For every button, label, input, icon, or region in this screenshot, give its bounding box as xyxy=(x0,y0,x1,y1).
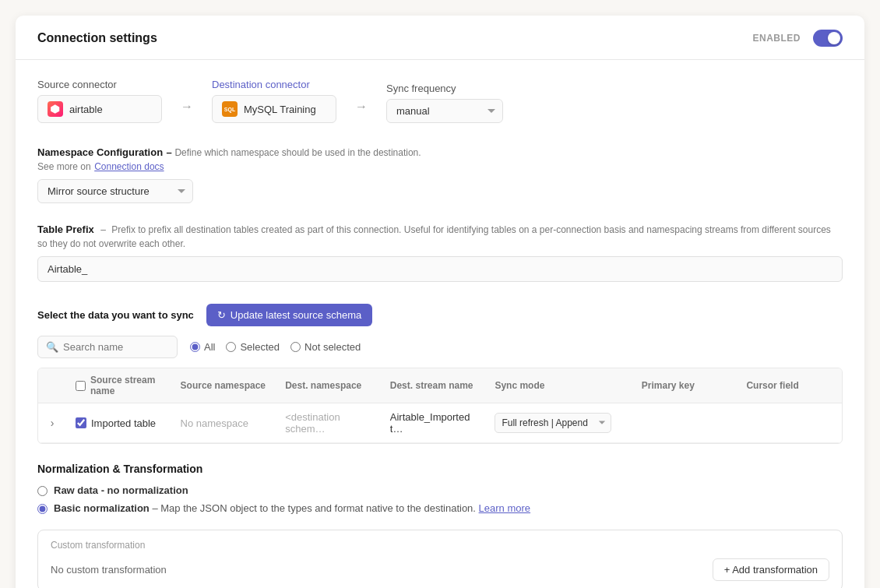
main-content: Source connector airtable → Destination … xyxy=(16,60,864,588)
td-source-stream: Imported table xyxy=(66,417,171,429)
destination-connector-box[interactable]: SQL MySQL Training xyxy=(212,95,336,123)
namespace-select-wrapper: Mirror source structure xyxy=(37,179,843,203)
sync-data-header: Select the data you want to sync ↻ Updat… xyxy=(37,304,843,326)
search-icon: 🔍 xyxy=(46,341,58,353)
th-sync-mode: Sync mode xyxy=(485,375,632,396)
row-checkbox[interactable] xyxy=(76,417,86,428)
update-schema-label: Update latest source schema xyxy=(231,309,361,321)
th-dest-stream: Dest. stream name xyxy=(381,375,486,396)
filter-not-selected-radio[interactable] xyxy=(290,342,301,352)
search-box: 🔍 xyxy=(37,336,178,358)
filter-not-selected-label: Not selected xyxy=(304,341,361,353)
source-name: airtable xyxy=(69,104,103,115)
normalization-section: Normalization & Transformation Raw data … xyxy=(37,463,843,514)
td-source-namespace: No namespace xyxy=(171,417,276,429)
namespace-dash: – xyxy=(167,146,175,158)
norm-raw-option: Raw data - no normalization xyxy=(37,484,843,496)
th-dest-namespace: Dest. namespace xyxy=(276,375,381,396)
th-expand xyxy=(38,375,66,396)
th-cursor-field: Cursor field xyxy=(737,375,842,396)
source-connector-group: Source connector airtable xyxy=(37,79,162,123)
namespace-section: Namespace Configuration – Define which n… xyxy=(37,145,843,203)
td-expand: › xyxy=(38,417,66,429)
custom-transformation-box: Custom transformation No custom transfor… xyxy=(37,530,843,588)
th-primary-key: Primary key xyxy=(632,375,737,396)
destination-label: Destination connector xyxy=(212,79,336,90)
table-prefix-section: Table Prefix – Prefix to prefix all dest… xyxy=(37,222,843,282)
sync-mode-select[interactable]: Full refresh | Append xyxy=(495,413,611,433)
norm-basic-desc: Map the JSON object to the types and for… xyxy=(160,502,476,514)
filter-selected-label: Selected xyxy=(240,341,280,353)
namespace-link-row: See more on Connection docs xyxy=(37,159,843,173)
sync-data-section: Select the data you want to sync ↻ Updat… xyxy=(37,304,843,444)
airtable-logo-icon xyxy=(48,101,63,117)
custom-transform-row: No custom transformation + Add transform… xyxy=(51,558,829,581)
sync-label: Sync frequency xyxy=(386,83,503,94)
filter-not-selected-option[interactable]: Not selected xyxy=(290,341,361,353)
filter-all-radio[interactable] xyxy=(190,342,200,352)
destination-arrow-icon: → xyxy=(355,100,368,121)
source-arrow-icon: → xyxy=(181,100,193,121)
add-transformation-button[interactable]: + Add transformation xyxy=(713,558,829,581)
table-prefix-input[interactable] xyxy=(37,256,843,282)
see-more-text: See more on xyxy=(37,161,91,172)
table-prefix-title-row: Table Prefix – Prefix to prefix all dest… xyxy=(37,222,843,250)
destination-connector-group: Destination connector SQL MySQL Training xyxy=(212,79,336,123)
select-all-checkbox[interactable] xyxy=(76,381,86,391)
learn-more-link[interactable]: Learn more xyxy=(479,502,530,514)
update-schema-button[interactable]: ↻ Update latest source schema xyxy=(206,304,372,326)
th-source-namespace: Source namespace xyxy=(171,375,276,396)
norm-basic-dash: – xyxy=(152,502,160,514)
search-input[interactable] xyxy=(63,341,164,353)
norm-basic-content: Basic normalization – Map the JSON objec… xyxy=(54,502,530,514)
no-transform-text: No custom transformation xyxy=(51,564,167,576)
normalization-title: Normalization & Transformation xyxy=(37,463,843,475)
page-title: Connection settings xyxy=(37,31,157,45)
filter-all-label: All xyxy=(204,341,215,353)
custom-transform-label: Custom transformation xyxy=(51,540,829,551)
source-connector-box[interactable]: airtable xyxy=(37,95,162,123)
mysql-logo-icon: SQL xyxy=(222,101,238,117)
norm-basic-label: Basic normalization xyxy=(54,502,150,514)
refresh-icon: ↻ xyxy=(217,309,226,321)
norm-raw-radio[interactable] xyxy=(37,486,48,496)
table-header-row: Source stream name Source namespace Dest… xyxy=(38,368,842,403)
enabled-toggle-wrapper: ENABLED xyxy=(752,30,843,47)
sync-frequency-select[interactable]: manual xyxy=(386,99,503,123)
filter-selected-option[interactable]: Selected xyxy=(226,341,280,353)
sync-data-title: Select the data you want to sync xyxy=(37,309,194,321)
streams-table: Source stream name Source namespace Dest… xyxy=(37,368,843,444)
filter-row: 🔍 All Selected Not selected xyxy=(37,336,843,358)
enabled-label: ENABLED xyxy=(752,33,801,44)
norm-raw-label: Raw data - no normalization xyxy=(54,484,188,496)
table-row: › Imported table No namespace <destinati… xyxy=(38,403,842,443)
namespace-desc: Define which namespace should be used in… xyxy=(174,147,421,158)
destination-name: MySQL Training xyxy=(244,104,316,115)
filter-selected-radio[interactable] xyxy=(226,342,236,352)
header: Connection settings ENABLED xyxy=(16,16,864,60)
sync-frequency-group: Sync frequency manual xyxy=(386,83,503,123)
norm-basic-radio[interactable] xyxy=(37,504,48,514)
namespace-select[interactable]: Mirror source structure xyxy=(37,179,193,203)
connection-settings-panel: Connection settings ENABLED Source conne… xyxy=(16,16,864,588)
filter-radio-group: All Selected Not selected xyxy=(190,341,361,353)
expand-row-button[interactable]: › xyxy=(51,417,55,429)
td-sync-mode: Full refresh | Append xyxy=(485,413,632,433)
connection-docs-link[interactable]: Connection docs xyxy=(94,161,164,172)
td-dest-stream: Airtable_Imported t… xyxy=(381,411,486,435)
source-label: Source connector xyxy=(37,79,162,90)
namespace-title-row: Namespace Configuration – Define which n… xyxy=(37,145,843,159)
enabled-toggle[interactable] xyxy=(813,30,843,47)
norm-basic-option: Basic normalization – Map the JSON objec… xyxy=(37,502,843,514)
connectors-row: Source connector airtable → Destination … xyxy=(37,79,843,123)
table-prefix-desc: Prefix to prefix all destination tables … xyxy=(37,224,831,249)
filter-all-option[interactable]: All xyxy=(190,341,215,353)
table-prefix-title: Table Prefix xyxy=(37,224,94,235)
namespace-title: Namespace Configuration xyxy=(37,146,163,158)
th-source-stream: Source stream name xyxy=(66,375,171,396)
td-dest-namespace: <destination schem… xyxy=(276,411,381,435)
table-prefix-dash: – xyxy=(100,224,108,235)
